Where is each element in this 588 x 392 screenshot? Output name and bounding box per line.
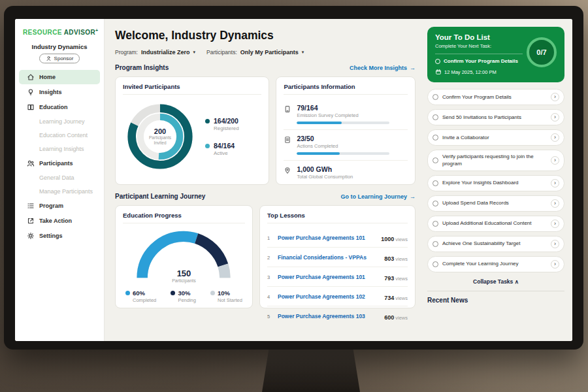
education-progress-gauge-chart: 150 Participants — [134, 228, 233, 283]
monitor-stand — [262, 349, 360, 392]
task-row[interactable]: Verify participants requesting to join t… — [427, 150, 564, 171]
sidebar-item-insights[interactable]: Insights — [19, 85, 100, 99]
sidebar-item-manage-participants[interactable]: Manage Participants — [19, 185, 100, 198]
gauge-legend-dot — [125, 291, 130, 295]
sponsor-badge[interactable]: Sponsor — [39, 54, 80, 63]
chevron-right-icon[interactable]: › — [551, 93, 559, 101]
action-arrow-icon — [27, 217, 35, 225]
participants-information-card: Participants Information 79/164 Emission… — [276, 76, 416, 185]
sidebar-item-settings[interactable]: Settings — [19, 229, 100, 243]
lesson-row: 3 Power Purchase Agreements 101 793views — [267, 267, 408, 287]
next-task-date: 12 May 2025, 12:00 PM — [435, 69, 557, 75]
chevron-down-icon[interactable]: ▾ — [193, 50, 195, 55]
check-more-insights-link[interactable]: Check More Insights → — [350, 65, 416, 71]
checkbox-icon[interactable] — [433, 261, 438, 267]
lesson-link[interactable]: Power Purchase Agreements 101 — [278, 235, 376, 241]
checkbox-icon[interactable] — [433, 114, 438, 120]
checkbox-icon[interactable] — [435, 59, 440, 64]
chevron-down-icon[interactable]: ▾ — [302, 50, 304, 55]
task-row[interactable]: Explore Your Insights Dashboard › — [427, 175, 564, 191]
collapse-tasks-link[interactable]: Collapse Tasks ∧ — [427, 278, 564, 285]
program-filter-label: Program: — [115, 49, 138, 56]
lesson-link[interactable]: Power Purchase Agreements 103 — [278, 313, 380, 319]
checkbox-icon[interactable] — [433, 94, 438, 100]
section-title: Program Insights — [115, 64, 169, 71]
lightbulb-icon — [27, 88, 35, 96]
sidebar-item-education-content[interactable]: Education Content — [19, 129, 100, 142]
checkbox-icon[interactable] — [433, 221, 438, 227]
sidebar-item-take-action[interactable]: Take Action — [19, 214, 100, 228]
task-row[interactable]: Send 50 Invitations to Participants › — [427, 109, 564, 125]
app-logo: RESOURCE ADVISOR+ — [15, 27, 104, 41]
checkbox-icon[interactable] — [433, 157, 438, 163]
chevron-right-icon[interactable]: › — [551, 133, 559, 142]
checkbox-icon[interactable] — [433, 241, 438, 247]
lesson-link[interactable]: Financial Considerations - VPPAs — [278, 254, 380, 261]
info-progress-fill — [297, 122, 341, 124]
sidebar-item-participants[interactable]: Participants — [19, 156, 100, 171]
sidebar-item-education[interactable]: Education — [19, 100, 100, 114]
gauge-legend-dot — [210, 291, 215, 295]
people-icon — [27, 159, 35, 167]
chevron-right-icon[interactable]: › — [551, 199, 559, 208]
chevron-right-icon[interactable]: › — [551, 156, 559, 165]
task-row[interactable]: Achieve One Sustainability Target › — [427, 236, 564, 252]
info-row-survey: 79/164 Emission Survey Completed — [284, 99, 408, 130]
program-filter-select[interactable]: Industrialize Zero — [141, 49, 190, 56]
todo-progress-ring: 0/7 — [527, 37, 557, 67]
task-row[interactable]: Upload Additional Educational Content › — [427, 216, 564, 232]
person-icon — [46, 56, 52, 61]
checkbox-icon[interactable] — [433, 180, 438, 186]
task-row[interactable]: Upload Spend Data Records › — [427, 195, 564, 212]
arrow-right-icon: → — [410, 65, 416, 71]
lesson-row: 2 Financial Considerations - VPPAs 803vi… — [267, 248, 408, 267]
checkbox-icon[interactable] — [433, 135, 438, 140]
top-lessons-card: Top Lessons 1 Power Purchase Agreements … — [259, 205, 416, 308]
task-row[interactable]: Confirm Your Program Details › — [427, 89, 564, 105]
todo-summary-card: Your To Do List Complete Your Next Task:… — [427, 27, 564, 82]
invited-participants-donut-chart: 200 Participants Invited — [123, 99, 197, 174]
lesson-link[interactable]: Power Purchase Agreements 101 — [278, 274, 380, 280]
arrow-right-icon: → — [410, 193, 416, 200]
next-task[interactable]: Confirm Your Program Details — [435, 58, 528, 65]
recent-news-title: Recent News — [427, 297, 564, 304]
legend-dot-registered — [205, 119, 210, 123]
chevron-right-icon[interactable]: › — [551, 260, 559, 269]
task-row[interactable]: Complete Your Learning Journey › — [427, 256, 564, 272]
info-row-consumption: 1,000 GWh Total Global Consumption — [284, 161, 408, 188]
lesson-link[interactable]: Power Purchase Agreements 102 — [278, 293, 380, 300]
legend-dot-active — [205, 144, 210, 148]
desk-scene: RESOURCE ADVISOR+ Industry Dynamics Spon… — [0, 0, 588, 392]
gauge-legend: 60% Completed 30% Pending 10% Not Starte… — [123, 289, 245, 303]
legend-active: 84/164 Active — [205, 142, 239, 156]
go-to-learning-journey-link[interactable]: Go to Learning Journey → — [340, 193, 416, 200]
sidebar-item-general-data[interactable]: General Data — [19, 171, 100, 184]
legend-registered: 164/200 Registered — [205, 117, 239, 131]
chevron-right-icon[interactable]: › — [551, 220, 559, 228]
monitor-bezel: RESOURCE ADVISOR+ Industry Dynamics Spon… — [4, 6, 583, 350]
sidebar-item-learning-journey[interactable]: Learning Journey — [19, 115, 100, 128]
learning-journey-header: Participant Learning Journey Go to Learn… — [115, 193, 416, 200]
calendar-icon — [435, 69, 442, 75]
sidebar: RESOURCE ADVISOR+ Industry Dynamics Spon… — [15, 19, 105, 341]
sidebar-item-learning-insights[interactable]: Learning Insights — [19, 142, 100, 155]
sidebar-item-home[interactable]: Home — [19, 70, 100, 84]
section-title: Participant Learning Journey — [115, 193, 205, 200]
gauge-legend-dot — [171, 291, 175, 295]
chevron-right-icon[interactable]: › — [551, 240, 559, 248]
chevron-right-icon[interactable]: › — [551, 113, 559, 122]
participants-filter-select[interactable]: Only My Participants — [240, 49, 299, 56]
location-pin-icon — [284, 167, 291, 174]
gear-icon — [27, 232, 35, 240]
collapse-caret-icon: ∧ — [515, 278, 519, 285]
survey-progress-bar — [297, 122, 389, 124]
sidebar-item-program[interactable]: Program — [19, 199, 100, 213]
main-column: Welcome, Industry Dynamics Program: Indu… — [105, 19, 425, 341]
task-row[interactable]: Invite a Collaborator › — [427, 129, 564, 146]
lesson-row: 5 Power Purchase Agreements 103 600views — [267, 306, 408, 325]
lesson-row: 4 Power Purchase Agreements 102 734views — [267, 287, 408, 306]
chevron-right-icon[interactable]: › — [551, 179, 559, 188]
todo-panel: Your To Do List Complete Your Next Task:… — [425, 19, 572, 341]
filter-bar: Program: Industrialize Zero ▾ Participan… — [115, 49, 416, 56]
checkbox-icon[interactable] — [433, 201, 438, 206]
